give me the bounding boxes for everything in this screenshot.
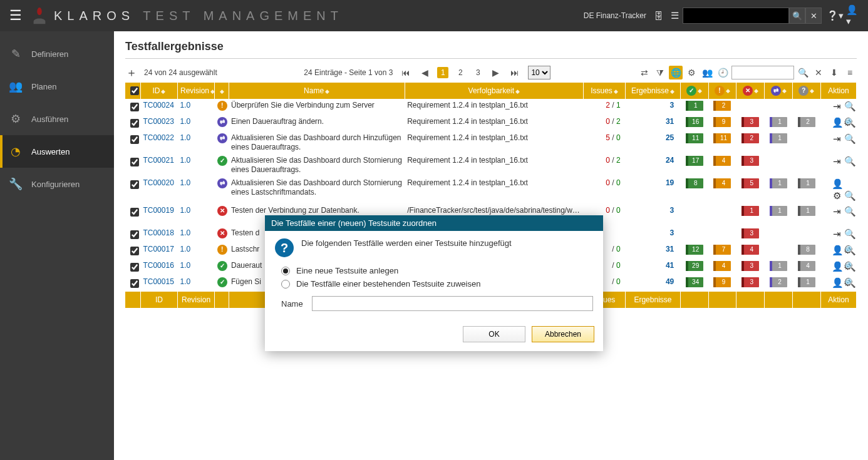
tc-id-link[interactable]: TC00023 [143, 117, 173, 126]
sidebar-item-configure[interactable]: 🔧 Konfigurieren [0, 168, 114, 200]
row-search-icon[interactable]: 🔍 [844, 156, 854, 168]
tc-id-link[interactable]: TC00020 [143, 178, 173, 187]
col-status[interactable]: ◆ [215, 83, 229, 99]
row-search-icon[interactable]: 🔍 [844, 190, 854, 202]
row-action-icon[interactable]: 👤⚙ [832, 245, 842, 256]
row-search-icon[interactable]: 🔍 [844, 228, 854, 240]
row-action-icon[interactable]: 👤⚙ [832, 277, 842, 289]
hierarchy-icon[interactable]: ⇄ [638, 66, 651, 79]
row-action-icon[interactable]: ⇥ [832, 156, 842, 168]
archive-icon[interactable]: 🗄 [651, 8, 666, 23]
history-icon[interactable]: 🕘 [716, 66, 730, 79]
global-search-clear[interactable]: ✕ [805, 8, 822, 24]
tc-id-link[interactable]: TC00018 [143, 228, 173, 237]
row-checkbox[interactable] [130, 247, 139, 255]
page-size-select[interactable]: 10 [528, 66, 550, 79]
tc-results[interactable]: 19 [626, 176, 681, 204]
globe-icon[interactable]: 🌐 [669, 66, 683, 79]
global-search-input[interactable] [683, 8, 789, 24]
row-action-icon[interactable]: 👤⚙ [832, 117, 842, 128]
col-results[interactable]: Ergebnisse◆ [626, 83, 681, 99]
tc-id-link[interactable]: TC00015 [143, 277, 173, 286]
page-prev-icon[interactable]: ◀ [419, 68, 431, 78]
row-checkbox[interactable] [130, 230, 139, 239]
suite-name-input[interactable] [312, 296, 593, 311]
tc-id-link[interactable]: TC00019 [143, 206, 173, 215]
user-menu-icon[interactable]: 👤▾ [846, 8, 861, 23]
col-id[interactable]: ID◆ [140, 83, 177, 99]
col-unk[interactable]: ?◆ [793, 83, 821, 99]
row-checkbox[interactable] [130, 279, 139, 288]
tc-results[interactable]: 3 [626, 204, 681, 227]
filter-icon[interactable]: ⧩ [653, 66, 667, 79]
sidebar-item-define[interactable]: ✎ Definieren [0, 38, 114, 70]
page-number[interactable]: 3 [472, 67, 483, 78]
menu-toggle-icon[interactable]: ☰ [6, 8, 25, 24]
tc-results[interactable]: 31 [626, 115, 681, 131]
tc-results[interactable]: 3 [626, 99, 681, 115]
cancel-button[interactable]: Abbrechen [532, 326, 594, 342]
col-pass[interactable]: ✓◆ [680, 83, 708, 99]
row-search-icon[interactable]: 🔍 [844, 117, 854, 128]
row-search-icon[interactable]: 🔍 [844, 245, 854, 256]
row-search-icon[interactable]: 🔍 [844, 261, 854, 272]
radio-new-suite[interactable] [281, 267, 290, 275]
col-issues[interactable]: Issues◆ [583, 83, 625, 99]
row-checkbox[interactable] [130, 263, 139, 272]
tc-id-link[interactable]: TC00022 [143, 133, 173, 142]
row-search-icon[interactable]: 🔍 [844, 133, 854, 145]
row-checkbox[interactable] [130, 208, 139, 217]
row-action-icon[interactable]: ⇥ [832, 133, 842, 145]
tc-results[interactable]: 24 [626, 154, 681, 176]
sidebar-item-evaluate[interactable]: ◔ Auswerten [0, 135, 114, 168]
export-icon[interactable]: ⬇ [827, 66, 841, 79]
select-all-checkbox[interactable] [130, 86, 139, 95]
row-search-icon[interactable]: 🔍 [844, 277, 854, 289]
row-action-icon[interactable]: 👤⚙ [832, 261, 842, 272]
tc-id-link[interactable]: TC00017 [143, 245, 173, 253]
row-checkbox[interactable] [130, 135, 139, 144]
row-search-icon[interactable]: 🔍 [844, 206, 854, 218]
help-icon[interactable]: ❔▾ [827, 8, 842, 23]
users-icon[interactable]: 👥 [700, 66, 714, 79]
page-last-icon[interactable]: ⏭ [508, 68, 522, 78]
col-name[interactable]: Name◆ [229, 83, 405, 99]
row-action-icon[interactable]: ⇥ [832, 228, 842, 240]
row-checkbox[interactable] [130, 180, 139, 189]
col-rev[interactable]: Revision◆ [178, 83, 215, 99]
row-checkbox[interactable] [130, 158, 139, 166]
row-action-icon[interactable]: 👤⚙ [832, 178, 842, 202]
tc-results[interactable]: 41 [626, 259, 681, 275]
tc-results[interactable]: 3 [626, 227, 681, 243]
table-search-button[interactable]: 🔍 [796, 66, 810, 79]
row-search-icon[interactable]: 🔍 [844, 101, 854, 112]
col-run[interactable]: ⇄◆ [765, 83, 793, 99]
tc-results[interactable]: 25 [626, 131, 681, 154]
page-next-icon[interactable]: ▶ [490, 68, 502, 78]
tc-results[interactable]: 31 [626, 243, 681, 259]
ok-button[interactable]: OK [463, 326, 525, 342]
row-checkbox[interactable] [130, 103, 139, 111]
col-trace[interactable]: Verfolgbarkeit◆ [405, 83, 583, 99]
table-search-clear[interactable]: ✕ [812, 66, 825, 79]
list-icon[interactable]: ☰ [667, 8, 682, 23]
page-number[interactable]: 2 [455, 67, 466, 78]
table-search-input[interactable] [731, 66, 794, 79]
global-search-button[interactable]: 🔍 [789, 8, 805, 24]
tc-id-link[interactable]: TC00016 [143, 261, 173, 270]
row-action-icon[interactable]: ⇥ [832, 206, 842, 218]
page-number[interactable]: 1 [437, 67, 448, 78]
row-action-icon[interactable]: ⇥ [832, 101, 842, 112]
add-button[interactable]: ＋ [125, 65, 138, 80]
tc-id-link[interactable]: TC00024 [143, 101, 173, 110]
row-checkbox[interactable] [130, 119, 139, 128]
col-warn[interactable]: !◆ [708, 83, 736, 99]
tc-id-link[interactable]: TC00021 [143, 156, 173, 165]
page-first-icon[interactable]: ⏮ [399, 68, 413, 78]
col-fail[interactable]: ✕◆ [736, 83, 765, 99]
tc-results[interactable]: 49 [626, 275, 681, 292]
radio-existing-suite[interactable] [281, 280, 290, 289]
sidebar-item-execute[interactable]: ⚙ Ausführen [0, 103, 114, 135]
more-icon[interactable]: ≡ [843, 66, 857, 79]
sidebar-item-plan[interactable]: 👥 Planen [0, 70, 114, 103]
